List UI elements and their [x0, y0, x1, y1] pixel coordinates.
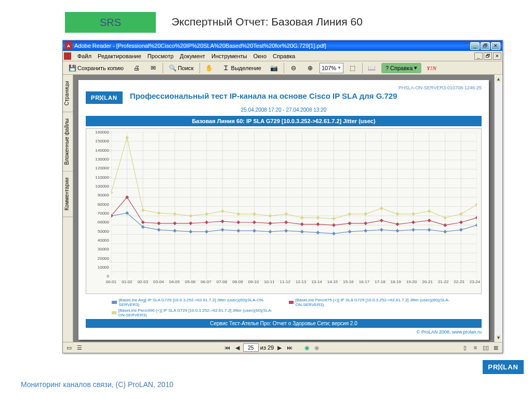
- menu-item[interactable]: Файл: [74, 52, 95, 60]
- prolan-brand: PRᛞLAN: [483, 360, 524, 374]
- statusbar: ▭ ☰ ⏮ ◀ из 29 ▶ ⏭ ◉ ◉ ▯ ≡ ▯▯ ⊞: [63, 342, 502, 353]
- svg-text:00-01: 00-01: [106, 280, 117, 284]
- menu-item[interactable]: Окно: [250, 52, 270, 60]
- zoom-value: 107%: [322, 65, 336, 71]
- page-input[interactable]: [243, 343, 259, 352]
- mdi-close-button[interactable]: ✕: [493, 52, 501, 60]
- print-button[interactable]: 🖨: [129, 63, 144, 73]
- svg-text:08-09: 08-09: [232, 280, 243, 284]
- vertical-scrollbar[interactable]: ▲ ▼: [494, 75, 502, 342]
- left-sidebar: Страницы Вложенные файлы Комментарии: [63, 75, 73, 342]
- menu-item[interactable]: Инструменты: [208, 52, 250, 60]
- titlebar: A Adobe Reader - [Professional%20Cisco%2…: [63, 41, 502, 51]
- hand-icon: ✋: [206, 64, 213, 72]
- menu-item[interactable]: Справка: [270, 52, 298, 60]
- zoom-in-button[interactable]: ⊕: [303, 63, 317, 73]
- view-continuous-button[interactable]: ≡: [471, 343, 480, 352]
- legend-label: [BaseLine Percnt75 (<)] IP SLA G729 [10.…: [296, 298, 456, 307]
- svg-text:01-02: 01-02: [122, 280, 132, 284]
- svg-text:60000: 60000: [98, 220, 110, 224]
- mdi-restore-button[interactable]: 🗗: [484, 52, 492, 60]
- minimize-button[interactable]: _: [470, 42, 480, 50]
- page-navigator: ⏮ ◀ из 29 ▶ ⏭ ◉ ◉: [223, 343, 321, 352]
- svg-text:09-10: 09-10: [248, 280, 259, 284]
- app-icon: [64, 52, 71, 60]
- close-button[interactable]: ✕: [491, 42, 500, 50]
- scroll-track[interactable]: [495, 83, 502, 334]
- first-page-button[interactable]: ⏮: [223, 343, 232, 352]
- svg-text:11-12: 11-12: [280, 280, 291, 284]
- jitter-chart: 0100002000030000400005000060000700008000…: [86, 128, 482, 294]
- forward-button[interactable]: ◉: [313, 343, 321, 352]
- svg-text:70000: 70000: [98, 211, 110, 216]
- mail-button[interactable]: ✉: [146, 63, 161, 73]
- print-icon: 🖨: [133, 64, 140, 72]
- select-tool-button[interactable]: ᏆВыделение: [219, 63, 265, 73]
- svg-text:19-20: 19-20: [406, 280, 417, 284]
- zoom-out-icon: ⊖: [290, 64, 297, 72]
- svg-text:130000: 130000: [95, 157, 109, 162]
- toolbar: 💾Сохранить копию 🖨 ✉ 🔍Поиск ✋ ᏆВыделение…: [63, 61, 502, 75]
- fit-page-button[interactable]: ⬚: [345, 63, 360, 73]
- svg-text:110000: 110000: [95, 175, 109, 180]
- layout-continuous-button[interactable]: ☰: [75, 343, 84, 352]
- tab-attachments[interactable]: Вложенные файлы: [63, 112, 73, 171]
- save-copy-button[interactable]: 💾Сохранить копию: [65, 63, 127, 73]
- help-button[interactable]: ?Справка▾: [381, 63, 421, 73]
- search-button[interactable]: 🔍Поиск: [165, 63, 197, 73]
- layout-single-button[interactable]: ▭: [65, 343, 73, 352]
- yahoo-icon[interactable]: Y!N: [427, 65, 436, 71]
- prev-page-button[interactable]: ◀: [233, 343, 242, 352]
- svg-text:100000: 100000: [95, 184, 109, 189]
- svg-text:07-08: 07-08: [217, 280, 228, 284]
- help-icon: ?: [385, 65, 389, 71]
- menu-item[interactable]: Документ: [177, 52, 208, 60]
- svg-text:80000: 80000: [98, 202, 110, 207]
- svg-text:160000: 160000: [95, 130, 109, 135]
- tab-comments[interactable]: Комментарии: [63, 171, 73, 217]
- back-button[interactable]: ◉: [303, 343, 311, 352]
- view-single-button[interactable]: ▯: [461, 343, 469, 352]
- search-label: Поиск: [178, 65, 193, 71]
- svg-text:23-24: 23-24: [470, 280, 481, 284]
- window-title: Adobe Reader - [Professional%20Cisco%20I…: [74, 43, 470, 49]
- svg-text:15-16: 15-16: [343, 280, 354, 284]
- snapshot-tool-button[interactable]: 📷: [267, 63, 282, 73]
- tab-pages[interactable]: Страницы: [63, 75, 73, 112]
- book-icon: 📖: [368, 64, 376, 72]
- zoom-in-icon: ⊕: [307, 64, 314, 72]
- view-cont-facing-button[interactable]: ⊞: [492, 343, 500, 352]
- restore-button[interactable]: 🗗: [481, 42, 490, 50]
- mdi-minimize-button[interactable]: _: [474, 52, 483, 60]
- view-facing-button[interactable]: ▯▯: [482, 343, 490, 352]
- zoom-select[interactable]: 107%▼: [320, 63, 343, 73]
- svg-text:20000: 20000: [98, 256, 110, 261]
- scroll-up-button[interactable]: ▲: [495, 75, 502, 83]
- hand-tool-button[interactable]: ✋: [202, 63, 217, 73]
- last-page-button[interactable]: ⏭: [285, 343, 294, 352]
- document-id: PHSLA-ON-SERVER3-010708-1246-25: [86, 85, 482, 90]
- save-label: Сохранить копию: [77, 65, 124, 71]
- menu-item[interactable]: Просмотр: [144, 52, 177, 60]
- svg-text:03-04: 03-04: [153, 280, 164, 284]
- scroll-down-button[interactable]: ▼: [495, 334, 502, 342]
- chevron-down-icon: ▾: [414, 64, 417, 71]
- menu-item[interactable]: Редактирование: [95, 52, 144, 60]
- prolan-logo: PRᛞLAN: [86, 91, 123, 104]
- search-icon: 🔍: [169, 64, 176, 72]
- camera-icon: 📷: [271, 64, 278, 72]
- zoom-out-button[interactable]: ⊖: [286, 63, 301, 73]
- report-title: Профессиональный тест IP-канала на основ…: [130, 91, 482, 100]
- slide-badge: SRS: [65, 12, 156, 33]
- svg-text:18-19: 18-19: [391, 280, 402, 284]
- next-page-button[interactable]: ▶: [275, 343, 284, 352]
- slide-title: Экспертный Отчет: Базовая Линия 60: [171, 16, 363, 28]
- page-total: из 29: [260, 344, 274, 351]
- svg-text:12-13: 12-13: [296, 280, 307, 284]
- select-icon: Ꮖ: [222, 64, 230, 72]
- legend-swatch: [112, 301, 117, 304]
- svg-text:05-06: 05-06: [185, 280, 196, 284]
- legend-label: [BaseLine Avg] IP SLA G729 [10.0.3.252->…: [119, 298, 278, 307]
- legend-label: [BaseLine Percnt90 (<)] IP SLA G729 [10.…: [118, 308, 278, 317]
- ebook-button[interactable]: 📖: [365, 63, 379, 73]
